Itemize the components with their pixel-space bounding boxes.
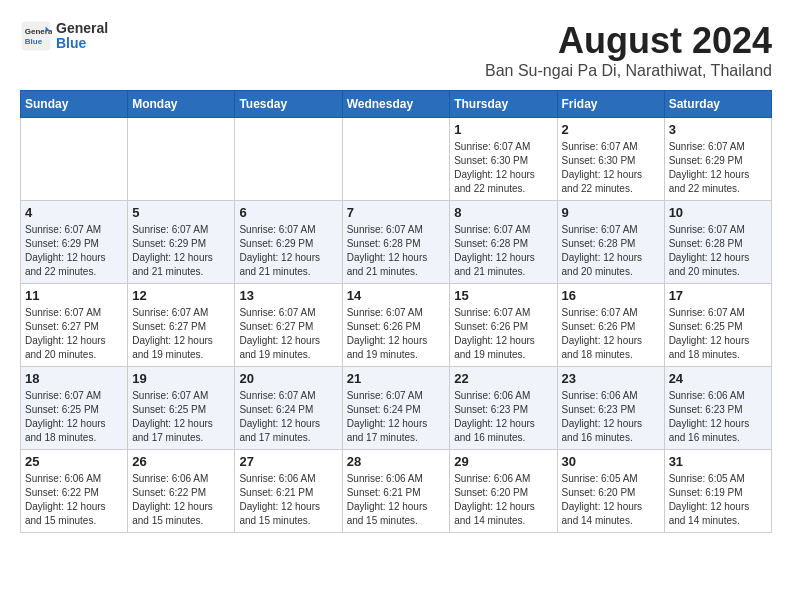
calendar-cell: 23Sunrise: 6:06 AMSunset: 6:23 PMDayligh… xyxy=(557,367,664,450)
day-number: 7 xyxy=(347,205,446,220)
calendar-cell: 7Sunrise: 6:07 AMSunset: 6:28 PMDaylight… xyxy=(342,201,450,284)
day-number: 16 xyxy=(562,288,660,303)
calendar-cell: 24Sunrise: 6:06 AMSunset: 6:23 PMDayligh… xyxy=(664,367,771,450)
calendar-cell: 4Sunrise: 6:07 AMSunset: 6:29 PMDaylight… xyxy=(21,201,128,284)
calendar-cell: 21Sunrise: 6:07 AMSunset: 6:24 PMDayligh… xyxy=(342,367,450,450)
day-number: 18 xyxy=(25,371,123,386)
day-header-monday: Monday xyxy=(128,91,235,118)
day-number: 10 xyxy=(669,205,767,220)
day-number: 29 xyxy=(454,454,552,469)
day-info: Sunrise: 6:07 AMSunset: 6:25 PMDaylight:… xyxy=(669,306,767,362)
day-number: 19 xyxy=(132,371,230,386)
day-number: 21 xyxy=(347,371,446,386)
day-info: Sunrise: 6:07 AMSunset: 6:28 PMDaylight:… xyxy=(454,223,552,279)
calendar-cell: 1Sunrise: 6:07 AMSunset: 6:30 PMDaylight… xyxy=(450,118,557,201)
day-info: Sunrise: 6:07 AMSunset: 6:28 PMDaylight:… xyxy=(669,223,767,279)
calendar-cell: 16Sunrise: 6:07 AMSunset: 6:26 PMDayligh… xyxy=(557,284,664,367)
calendar-cell: 5Sunrise: 6:07 AMSunset: 6:29 PMDaylight… xyxy=(128,201,235,284)
logo-text: General Blue xyxy=(56,21,108,52)
day-number: 6 xyxy=(239,205,337,220)
calendar-cell: 22Sunrise: 6:06 AMSunset: 6:23 PMDayligh… xyxy=(450,367,557,450)
day-info: Sunrise: 6:07 AMSunset: 6:30 PMDaylight:… xyxy=(562,140,660,196)
day-info: Sunrise: 6:07 AMSunset: 6:28 PMDaylight:… xyxy=(347,223,446,279)
day-info: Sunrise: 6:07 AMSunset: 6:28 PMDaylight:… xyxy=(562,223,660,279)
day-header-sunday: Sunday xyxy=(21,91,128,118)
day-header-thursday: Thursday xyxy=(450,91,557,118)
day-number: 11 xyxy=(25,288,123,303)
day-info: Sunrise: 6:07 AMSunset: 6:30 PMDaylight:… xyxy=(454,140,552,196)
title-area: August 2024 Ban Su-ngai Pa Di, Narathiwa… xyxy=(485,20,772,80)
page-header: General Blue General Blue August 2024 Ba… xyxy=(20,20,772,80)
calendar-cell: 17Sunrise: 6:07 AMSunset: 6:25 PMDayligh… xyxy=(664,284,771,367)
day-number: 13 xyxy=(239,288,337,303)
calendar-cell: 10Sunrise: 6:07 AMSunset: 6:28 PMDayligh… xyxy=(664,201,771,284)
logo-blue-text: Blue xyxy=(56,36,108,51)
calendar-cell: 27Sunrise: 6:06 AMSunset: 6:21 PMDayligh… xyxy=(235,450,342,533)
day-info: Sunrise: 6:07 AMSunset: 6:29 PMDaylight:… xyxy=(669,140,767,196)
day-info: Sunrise: 6:07 AMSunset: 6:26 PMDaylight:… xyxy=(454,306,552,362)
day-number: 8 xyxy=(454,205,552,220)
day-header-saturday: Saturday xyxy=(664,91,771,118)
day-info: Sunrise: 6:05 AMSunset: 6:20 PMDaylight:… xyxy=(562,472,660,528)
day-header-friday: Friday xyxy=(557,91,664,118)
day-number: 27 xyxy=(239,454,337,469)
calendar-cell: 20Sunrise: 6:07 AMSunset: 6:24 PMDayligh… xyxy=(235,367,342,450)
day-header-tuesday: Tuesday xyxy=(235,91,342,118)
calendar-cell: 25Sunrise: 6:06 AMSunset: 6:22 PMDayligh… xyxy=(21,450,128,533)
day-info: Sunrise: 6:07 AMSunset: 6:29 PMDaylight:… xyxy=(132,223,230,279)
day-number: 28 xyxy=(347,454,446,469)
day-info: Sunrise: 6:07 AMSunset: 6:29 PMDaylight:… xyxy=(25,223,123,279)
day-number: 12 xyxy=(132,288,230,303)
calendar-cell: 6Sunrise: 6:07 AMSunset: 6:29 PMDaylight… xyxy=(235,201,342,284)
day-info: Sunrise: 6:06 AMSunset: 6:23 PMDaylight:… xyxy=(454,389,552,445)
day-number: 1 xyxy=(454,122,552,137)
calendar-cell: 29Sunrise: 6:06 AMSunset: 6:20 PMDayligh… xyxy=(450,450,557,533)
day-info: Sunrise: 6:05 AMSunset: 6:19 PMDaylight:… xyxy=(669,472,767,528)
day-number: 20 xyxy=(239,371,337,386)
day-number: 15 xyxy=(454,288,552,303)
calendar-week-row: 1Sunrise: 6:07 AMSunset: 6:30 PMDaylight… xyxy=(21,118,772,201)
calendar-cell: 18Sunrise: 6:07 AMSunset: 6:25 PMDayligh… xyxy=(21,367,128,450)
month-title: August 2024 xyxy=(485,20,772,62)
day-info: Sunrise: 6:06 AMSunset: 6:22 PMDaylight:… xyxy=(132,472,230,528)
day-info: Sunrise: 6:07 AMSunset: 6:25 PMDaylight:… xyxy=(25,389,123,445)
day-number: 14 xyxy=(347,288,446,303)
logo: General Blue General Blue xyxy=(20,20,108,52)
calendar-cell: 19Sunrise: 6:07 AMSunset: 6:25 PMDayligh… xyxy=(128,367,235,450)
calendar-cell: 9Sunrise: 6:07 AMSunset: 6:28 PMDaylight… xyxy=(557,201,664,284)
day-number: 17 xyxy=(669,288,767,303)
calendar-cell: 30Sunrise: 6:05 AMSunset: 6:20 PMDayligh… xyxy=(557,450,664,533)
logo-general-text: General xyxy=(56,21,108,36)
calendar-cell: 13Sunrise: 6:07 AMSunset: 6:27 PMDayligh… xyxy=(235,284,342,367)
calendar-cell: 8Sunrise: 6:07 AMSunset: 6:28 PMDaylight… xyxy=(450,201,557,284)
day-info: Sunrise: 6:06 AMSunset: 6:21 PMDaylight:… xyxy=(347,472,446,528)
day-info: Sunrise: 6:07 AMSunset: 6:24 PMDaylight:… xyxy=(239,389,337,445)
calendar-cell: 15Sunrise: 6:07 AMSunset: 6:26 PMDayligh… xyxy=(450,284,557,367)
day-info: Sunrise: 6:07 AMSunset: 6:27 PMDaylight:… xyxy=(25,306,123,362)
calendar-cell xyxy=(235,118,342,201)
day-number: 24 xyxy=(669,371,767,386)
day-number: 2 xyxy=(562,122,660,137)
calendar-week-row: 11Sunrise: 6:07 AMSunset: 6:27 PMDayligh… xyxy=(21,284,772,367)
location-title: Ban Su-ngai Pa Di, Narathiwat, Thailand xyxy=(485,62,772,80)
day-info: Sunrise: 6:07 AMSunset: 6:26 PMDaylight:… xyxy=(347,306,446,362)
day-header-wednesday: Wednesday xyxy=(342,91,450,118)
calendar-cell xyxy=(342,118,450,201)
logo-icon: General Blue xyxy=(20,20,52,52)
day-info: Sunrise: 6:07 AMSunset: 6:29 PMDaylight:… xyxy=(239,223,337,279)
calendar-week-row: 25Sunrise: 6:06 AMSunset: 6:22 PMDayligh… xyxy=(21,450,772,533)
calendar-cell xyxy=(128,118,235,201)
calendar-cell: 26Sunrise: 6:06 AMSunset: 6:22 PMDayligh… xyxy=(128,450,235,533)
day-number: 30 xyxy=(562,454,660,469)
calendar-cell: 11Sunrise: 6:07 AMSunset: 6:27 PMDayligh… xyxy=(21,284,128,367)
calendar-cell: 2Sunrise: 6:07 AMSunset: 6:30 PMDaylight… xyxy=(557,118,664,201)
day-info: Sunrise: 6:06 AMSunset: 6:22 PMDaylight:… xyxy=(25,472,123,528)
day-info: Sunrise: 6:07 AMSunset: 6:24 PMDaylight:… xyxy=(347,389,446,445)
calendar-cell: 14Sunrise: 6:07 AMSunset: 6:26 PMDayligh… xyxy=(342,284,450,367)
day-info: Sunrise: 6:06 AMSunset: 6:23 PMDaylight:… xyxy=(669,389,767,445)
calendar-header-row: SundayMondayTuesdayWednesdayThursdayFrid… xyxy=(21,91,772,118)
calendar-cell xyxy=(21,118,128,201)
calendar-cell: 31Sunrise: 6:05 AMSunset: 6:19 PMDayligh… xyxy=(664,450,771,533)
day-number: 26 xyxy=(132,454,230,469)
calendar-table: SundayMondayTuesdayWednesdayThursdayFrid… xyxy=(20,90,772,533)
